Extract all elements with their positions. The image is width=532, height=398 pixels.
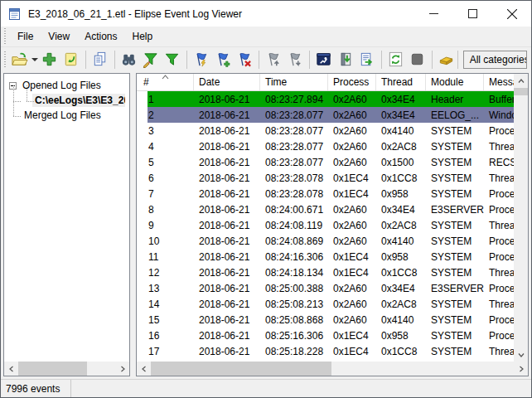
category-filter-combobox[interactable]: All categories bbox=[463, 51, 527, 69]
tree-horizontal-scrollbar[interactable] bbox=[4, 362, 129, 376]
edit-filter-button[interactable] bbox=[140, 49, 162, 70]
table-row[interactable]: 17 2018-06-21 08:25:18.228 0x1EC4 0x1CC8… bbox=[137, 343, 514, 359]
cell-number: 14 bbox=[137, 296, 194, 312]
table-row[interactable]: 15 2018-06-21 08:25:08.868 0x2A60 0x4140… bbox=[137, 312, 514, 328]
scrollbar-track[interactable] bbox=[514, 95, 528, 347]
table-row[interactable]: 11 2018-06-21 08:24:16.306 0x1EC4 0x958 … bbox=[137, 249, 514, 265]
add-log-file-button[interactable] bbox=[39, 49, 60, 70]
column-header-thread[interactable]: Thread bbox=[376, 74, 426, 90]
scroll-right-icon[interactable] bbox=[115, 362, 129, 376]
toolbar-separator bbox=[85, 51, 86, 69]
cell-time: 08:25:00.388 bbox=[260, 280, 328, 296]
table-row[interactable]: 2 2018-06-21 08:23:28.077 0x2A60 0x34E4 … bbox=[137, 107, 514, 123]
cell-process: 0x2A60 bbox=[328, 233, 376, 249]
categories-button[interactable] bbox=[436, 49, 457, 70]
scroll-left-icon[interactable] bbox=[4, 362, 18, 376]
open-log-file-button[interactable] bbox=[9, 49, 31, 70]
column-header-time[interactable]: Time bbox=[260, 74, 328, 90]
tree-item-log-file[interactable]: C:\eeLogs\E3\E3_2018_06_21_1.etl bbox=[8, 93, 129, 108]
import-button[interactable] bbox=[335, 49, 356, 70]
cell-message: Process bbox=[484, 312, 514, 328]
log-files-panel: Opened Log Files C:\eeLogs\E3\E3_2018_06… bbox=[3, 73, 130, 376]
scrollbar-thumb[interactable] bbox=[18, 362, 87, 376]
cell-message: Threads bbox=[484, 170, 514, 186]
table-row[interactable]: 9 2018-06-21 08:24:08.119 0x2A60 0x2AC8 … bbox=[137, 217, 514, 233]
flag-previous-button[interactable] bbox=[263, 49, 284, 70]
panel-splitter[interactable] bbox=[130, 73, 136, 376]
cell-date: 2018-06-21 bbox=[194, 296, 260, 312]
cell-message: RECServ bbox=[484, 154, 514, 170]
table-row[interactable]: 14 2018-06-21 08:25:08.213 0x2A60 0x2AC8… bbox=[137, 296, 514, 312]
flag-next-button[interactable] bbox=[284, 49, 306, 70]
cell-time: 08:25:18.228 bbox=[260, 343, 328, 359]
table-row[interactable]: 16 2018-06-21 08:25:16.306 0x1EC4 0x958 … bbox=[137, 328, 514, 343]
stop-button[interactable] bbox=[407, 49, 428, 70]
find-button[interactable] bbox=[118, 49, 140, 70]
table-row[interactable]: 8 2018-06-21 08:24:00.671 0x2A60 0x34E4 … bbox=[137, 201, 514, 217]
table-header: # Date Time Process Thread Module Messag… bbox=[137, 74, 514, 91]
event-count-text: 7996 events bbox=[6, 383, 60, 395]
cell-thread: 0x2AC8 bbox=[376, 138, 426, 154]
table-row[interactable]: 3 2018-06-21 08:23:28.077 0x2A60 0x4140 … bbox=[137, 123, 514, 138]
export-button[interactable] bbox=[356, 49, 378, 70]
scrollbar-thumb[interactable] bbox=[514, 88, 528, 95]
stop-icon bbox=[409, 51, 426, 68]
table-row[interactable]: 1 2018-06-21 08:23:27.894 0x2A60 0x34E4 … bbox=[137, 91, 514, 107]
flag-remove-button[interactable] bbox=[234, 49, 255, 70]
column-header-module[interactable]: Module bbox=[426, 74, 484, 90]
close-button[interactable] bbox=[492, 1, 531, 27]
scroll-left-icon[interactable] bbox=[137, 362, 151, 376]
menu-file[interactable]: File bbox=[10, 27, 41, 46]
menu-view[interactable]: View bbox=[41, 27, 77, 46]
table-vertical-scrollbar[interactable] bbox=[514, 74, 528, 362]
table-row[interactable]: 12 2018-06-21 08:24:18.134 0x1EC4 0x1CC8… bbox=[137, 265, 514, 280]
cell-time: 08:23:28.077 bbox=[260, 107, 328, 123]
table-row[interactable]: 5 2018-06-21 08:23:28.077 0x2A60 0x1500 … bbox=[137, 154, 514, 170]
menubar-gripper[interactable] bbox=[3, 28, 7, 45]
status-bar: 7996 events bbox=[1, 379, 531, 397]
table-row[interactable]: 4 2018-06-21 08:23:28.077 0x2A60 0x2AC8 … bbox=[137, 138, 514, 154]
column-header-message[interactable]: Message bbox=[484, 74, 514, 90]
window-title: E3_2018_06_21_1.etl - Elipse Event Log V… bbox=[28, 8, 242, 20]
maximize-button[interactable] bbox=[453, 1, 492, 27]
refresh-button[interactable] bbox=[385, 49, 407, 70]
cell-time: 08:23:27.894 bbox=[260, 91, 328, 107]
revert-file-button[interactable] bbox=[60, 49, 82, 70]
scrollbar-thumb[interactable] bbox=[151, 362, 331, 376]
flag-add-button[interactable] bbox=[212, 49, 234, 70]
scrollbar-track[interactable] bbox=[331, 362, 514, 376]
cell-process: 0x1EC4 bbox=[328, 328, 376, 343]
cell-time: 08:24:18.134 bbox=[260, 265, 328, 280]
scroll-down-icon[interactable] bbox=[514, 347, 528, 362]
minimize-button[interactable] bbox=[414, 1, 453, 27]
table-row[interactable]: 13 2018-06-21 08:25:00.388 0x2A60 0x34E4… bbox=[137, 280, 514, 296]
menu-help[interactable]: Help bbox=[125, 27, 161, 46]
cell-thread: 0x34E4 bbox=[376, 107, 426, 123]
column-header-date[interactable]: Date bbox=[194, 74, 260, 90]
cell-time: 08:24:08.869 bbox=[260, 233, 328, 249]
apply-filter-button[interactable] bbox=[162, 49, 183, 70]
run-viewer-button[interactable] bbox=[313, 49, 335, 70]
table-horizontal-scrollbar[interactable] bbox=[137, 362, 528, 376]
column-header-process[interactable]: Process bbox=[328, 74, 376, 90]
cell-message: Process bbox=[484, 201, 514, 217]
cell-thread: 0x4140 bbox=[376, 123, 426, 138]
table-row[interactable]: 6 2018-06-21 08:23:28.078 0x1EC4 0x1CC8 … bbox=[137, 170, 514, 186]
menu-actions[interactable]: Actions bbox=[77, 27, 124, 46]
tree-item-label: Opened Log Files bbox=[20, 79, 104, 92]
table-row[interactable]: 10 2018-06-21 08:24:08.869 0x2A60 0x4140… bbox=[137, 233, 514, 249]
open-log-dropdown[interactable] bbox=[31, 49, 39, 70]
close-icon bbox=[507, 9, 517, 19]
minimize-icon bbox=[429, 9, 438, 18]
scrollbar-track[interactable] bbox=[87, 362, 115, 376]
flag-run-button[interactable] bbox=[191, 49, 212, 70]
toolbar-gripper[interactable] bbox=[3, 51, 7, 68]
table-row[interactable]: 7 2018-06-21 08:23:28.078 0x1EC4 0x958 S… bbox=[137, 186, 514, 201]
cell-date: 2018-06-21 bbox=[194, 154, 260, 170]
cell-time: 08:23:28.077 bbox=[260, 123, 328, 138]
scroll-right-icon[interactable] bbox=[514, 362, 528, 376]
copy-button[interactable] bbox=[89, 49, 111, 70]
table-body: 1 2018-06-21 08:23:27.894 0x2A60 0x34E4 … bbox=[137, 91, 514, 362]
tree-item-merged-log-files[interactable]: Merged Log Files bbox=[8, 108, 129, 123]
scroll-up-icon[interactable] bbox=[514, 74, 528, 88]
